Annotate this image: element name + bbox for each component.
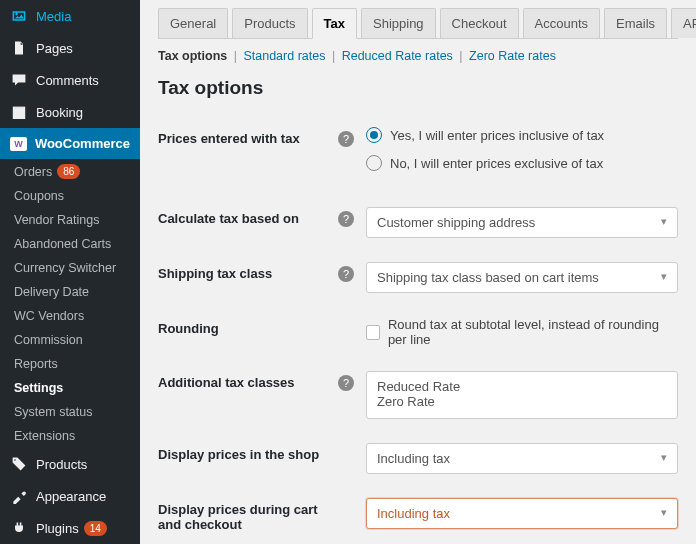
plugins-icon (10, 520, 28, 536)
tab-shipping[interactable]: Shipping (361, 8, 436, 38)
products-icon (10, 456, 28, 472)
radio-exclusive[interactable]: No, I will enter prices exclusive of tax (366, 155, 678, 171)
help-icon[interactable]: ? (338, 375, 354, 391)
appearance-icon (10, 488, 28, 504)
sidebar-item-media[interactable]: Media (0, 0, 140, 32)
sidebar-item-label: Media (36, 9, 71, 24)
subitem-currency-switcher[interactable]: Currency Switcher (0, 256, 140, 280)
sidebar-item-label: Booking (36, 105, 83, 120)
subitem-abandoned-carts[interactable]: Abandoned Carts (0, 232, 140, 256)
sidebar-item-products[interactable]: Products (0, 448, 140, 480)
pages-icon (10, 40, 28, 56)
subitem-commission[interactable]: Commission (0, 328, 140, 352)
radio-inclusive[interactable]: Yes, I will enter prices inclusive of ta… (366, 127, 678, 143)
tab-checkout[interactable]: Checkout (440, 8, 519, 38)
sidebar-item-comments[interactable]: Comments (0, 64, 140, 96)
calc-based-select[interactable]: Customer shipping address (366, 207, 678, 238)
add-classes-textarea[interactable]: Reduced Rate Zero Rate (366, 371, 678, 419)
help-icon[interactable]: ? (338, 211, 354, 227)
comments-icon (10, 72, 28, 88)
plugins-badge: 14 (84, 521, 107, 536)
subitem-reports[interactable]: Reports (0, 352, 140, 376)
display-cart-select[interactable]: Including tax (366, 498, 678, 529)
settings-tabs: General Products Tax Shipping Checkout A… (158, 8, 678, 39)
tab-api[interactable]: API (671, 8, 696, 38)
orders-badge: 86 (57, 164, 80, 179)
tab-general[interactable]: General (158, 8, 228, 38)
tab-products[interactable]: Products (232, 8, 307, 38)
ship-class-select[interactable]: Shipping tax class based on cart items (366, 262, 678, 293)
subitem-extensions[interactable]: Extensions (0, 424, 140, 448)
page-heading: Tax options (158, 77, 678, 99)
subnav-current: Tax options (158, 49, 227, 63)
sidebar-item-label: Pages (36, 41, 73, 56)
sidebar-item-booking[interactable]: Booking (0, 96, 140, 128)
subitem-settings[interactable]: Settings (0, 376, 140, 400)
subnav-zero-rates[interactable]: Zero Rate rates (469, 49, 556, 63)
subitem-delivery-date[interactable]: Delivery Date (0, 280, 140, 304)
display-shop-select[interactable]: Including tax (366, 443, 678, 474)
tax-subnav: Tax options | Standard rates | Reduced R… (158, 49, 678, 63)
subnav-standard-rates[interactable]: Standard rates (243, 49, 325, 63)
rounding-checkbox-row[interactable]: Round tax at subtotal level, instead of … (366, 317, 678, 347)
subitem-vendor-ratings[interactable]: Vendor Ratings (0, 208, 140, 232)
subitem-orders[interactable]: Orders86 (0, 159, 140, 184)
sidebar-item-label: Products (36, 457, 87, 472)
sidebar-item-plugins[interactable]: Plugins 14 (0, 512, 140, 544)
sidebar-item-pages[interactable]: Pages (0, 32, 140, 64)
calendar-icon (10, 104, 28, 120)
ship-class-label: Shipping tax class (158, 262, 338, 281)
sidebar-item-woocommerce[interactable]: W WooCommerce (0, 128, 140, 159)
tab-tax[interactable]: Tax (312, 8, 357, 39)
subitem-system-status[interactable]: System status (0, 400, 140, 424)
tab-accounts[interactable]: Accounts (523, 8, 600, 38)
tab-emails[interactable]: Emails (604, 8, 667, 38)
help-icon[interactable]: ? (338, 266, 354, 282)
calc-based-label: Calculate tax based on (158, 207, 338, 226)
woocommerce-icon: W (10, 137, 27, 151)
sidebar-item-label: Comments (36, 73, 99, 88)
help-icon[interactable]: ? (338, 131, 354, 147)
media-icon (10, 8, 28, 24)
sidebar-item-label: WooCommerce (35, 136, 130, 151)
radio-icon (366, 155, 382, 171)
add-classes-label: Additional tax classes (158, 371, 338, 390)
sidebar-item-appearance[interactable]: Appearance (0, 480, 140, 512)
subitem-coupons[interactable]: Coupons (0, 184, 140, 208)
radio-icon (366, 127, 382, 143)
display-cart-label: Display prices during cart and checkout (158, 498, 338, 532)
display-shop-label: Display prices in the shop (158, 443, 338, 462)
sidebar-item-label: Appearance (36, 489, 106, 504)
prices-entered-label: Prices entered with tax (158, 127, 338, 146)
subitem-wc-vendors[interactable]: WC Vendors (0, 304, 140, 328)
checkbox-icon (366, 325, 380, 340)
sidebar-item-label: Plugins (36, 521, 79, 536)
subnav-reduced-rates[interactable]: Reduced Rate rates (342, 49, 453, 63)
rounding-label: Rounding (158, 317, 338, 336)
